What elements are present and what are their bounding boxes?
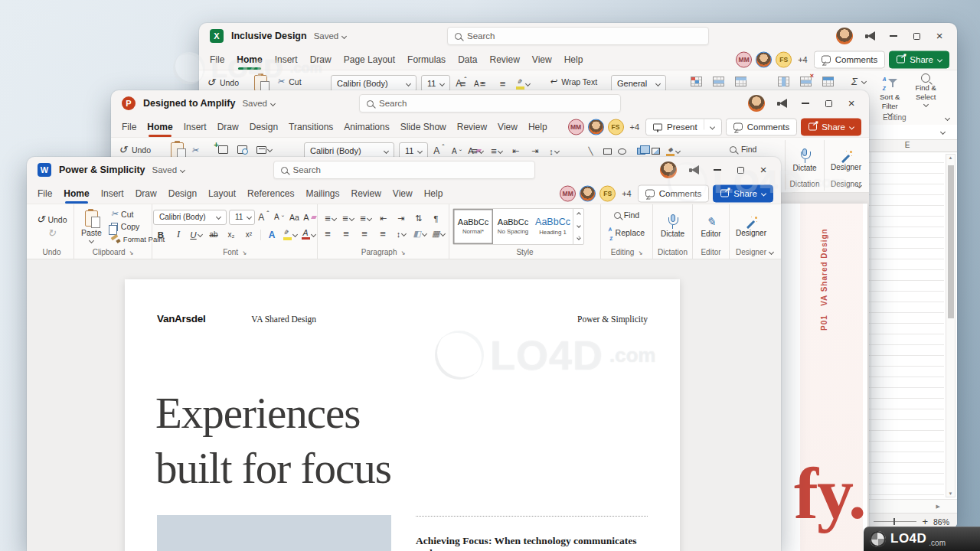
style-scroll-down[interactable] xyxy=(573,220,583,232)
maximize-button[interactable] xyxy=(817,93,840,114)
replace-button[interactable]: Replace xyxy=(609,223,645,242)
powerpoint-save-status[interactable]: Saved xyxy=(242,99,275,108)
close-button[interactable] xyxy=(840,93,863,114)
italic-button[interactable] xyxy=(172,228,185,241)
quick-styles-icon[interactable] xyxy=(652,148,660,155)
shape-fill-button[interactable] xyxy=(666,145,680,158)
numbering-button[interactable] xyxy=(490,145,503,158)
redo-button[interactable] xyxy=(47,227,56,239)
find-select-button[interactable]: Find & Select xyxy=(911,73,939,106)
style-heading-1[interactable]: AaBbCcHeading 1 xyxy=(533,209,573,244)
minimize-button[interactable] xyxy=(882,25,905,47)
ppt-dictate-button[interactable]: Dictate xyxy=(789,142,821,178)
increase-indent-button[interactable] xyxy=(394,212,407,225)
excel-menu-review[interactable]: Review xyxy=(489,54,519,65)
user-avatar[interactable] xyxy=(660,161,677,178)
grow-font-button[interactable] xyxy=(257,210,270,223)
comments-button[interactable]: Comments xyxy=(814,51,886,68)
word-document-area[interactable]: VanArsdel VA Shared Design Power & Simpl… xyxy=(27,259,781,551)
shrink-font-button[interactable] xyxy=(450,145,463,158)
zoom-slider-thumb[interactable] xyxy=(893,518,896,525)
numbering-button[interactable] xyxy=(341,212,354,225)
font-name-select[interactable]: Calibri (Body) xyxy=(153,210,227,225)
ppt-menu-insert[interactable]: Insert xyxy=(184,122,207,132)
word-menu-help[interactable]: Help xyxy=(424,188,443,199)
presence-overflow[interactable]: +4 xyxy=(622,189,632,198)
format-cells-icon[interactable] xyxy=(822,77,834,86)
find-button[interactable]: Find xyxy=(614,210,639,220)
minimize-button[interactable] xyxy=(706,159,729,181)
presence-overflow[interactable]: +4 xyxy=(630,122,640,132)
word-save-status[interactable]: Saved xyxy=(152,165,185,174)
presence-badge[interactable]: FS xyxy=(776,51,792,67)
ppt-menu-view[interactable]: View xyxy=(498,122,518,132)
paste-icon[interactable] xyxy=(171,142,184,158)
presence-badge[interactable]: MM xyxy=(736,51,752,67)
conditional-formatting-icon[interactable] xyxy=(691,77,702,86)
excel-search-input[interactable]: Search xyxy=(447,27,709,45)
excel-menu-home[interactable]: Home xyxy=(237,54,262,65)
dictate-button[interactable]: Dictate xyxy=(656,207,689,246)
excel-save-status[interactable]: Saved xyxy=(314,31,347,41)
ppt-find-button[interactable]: Find xyxy=(730,145,756,154)
excel-menu-page-layout[interactable]: Page Layout xyxy=(344,54,395,65)
excel-wrap-text-button[interactable]: Wrap Text xyxy=(550,77,597,86)
subscript-button[interactable] xyxy=(225,228,238,241)
sort-button[interactable] xyxy=(412,212,425,225)
word-menu-design[interactable]: Design xyxy=(168,188,197,199)
dialog-launcher-icon[interactable] xyxy=(129,248,134,256)
excel-menu-view[interactable]: View xyxy=(532,54,552,65)
undo-button[interactable]: Undo xyxy=(36,214,67,225)
minimize-button[interactable] xyxy=(794,93,817,114)
present-button[interactable]: Present xyxy=(645,118,722,135)
decrease-indent-button[interactable] xyxy=(509,145,522,158)
designer-button[interactable]: Designer xyxy=(733,207,769,246)
scissors-icon[interactable] xyxy=(191,145,198,155)
ppt-designer-button[interactable]: Designer xyxy=(828,142,864,178)
word-menu-view[interactable]: View xyxy=(393,188,413,199)
word-menu-references[interactable]: References xyxy=(247,188,294,199)
excel-undo-button[interactable]: Undo xyxy=(207,77,239,88)
ppt-menu-animations[interactable]: Animations xyxy=(344,122,389,132)
column-header-e[interactable]: E xyxy=(898,141,916,149)
strikethrough-button[interactable] xyxy=(207,228,220,241)
dialog-launcher-icon[interactable] xyxy=(400,248,406,256)
close-button[interactable] xyxy=(928,25,951,47)
orientation-button[interactable] xyxy=(516,77,530,90)
vertical-scrollbar[interactable]: ▲ ▼ xyxy=(946,154,956,497)
reuse-slides-icon[interactable] xyxy=(237,145,247,154)
paste-button[interactable]: Paste xyxy=(77,210,106,243)
ppt-menu-draw[interactable]: Draw xyxy=(217,122,239,132)
excel-menu-draw[interactable]: Draw xyxy=(310,54,332,65)
increase-indent-button[interactable] xyxy=(528,145,541,158)
excel-font-size-select[interactable]: 11 xyxy=(421,75,450,92)
align-left-button[interactable] xyxy=(322,227,335,240)
line-shape-icon[interactable] xyxy=(584,145,597,158)
ppt-menu-slide-show[interactable]: Slide Show xyxy=(400,122,446,132)
powerpoint-search-input[interactable]: Search xyxy=(359,94,621,112)
dialog-launcher-icon[interactable] xyxy=(637,248,642,256)
font-color-button[interactable] xyxy=(302,228,315,241)
style-no-spacing[interactable]: AaBbCcNo Spacing xyxy=(493,209,533,244)
feedback-button[interactable] xyxy=(683,159,706,181)
presence-avatar[interactable] xyxy=(756,51,772,67)
cell-styles-icon[interactable] xyxy=(735,77,746,86)
presence-badge[interactable]: FS xyxy=(608,119,624,135)
presence-overflow[interactable]: +4 xyxy=(798,55,808,64)
bullets-button[interactable] xyxy=(324,212,337,225)
bullets-button[interactable] xyxy=(471,145,484,158)
superscript-button[interactable] xyxy=(243,228,256,241)
new-slide-icon[interactable] xyxy=(218,145,228,154)
dialog-launcher-icon[interactable] xyxy=(241,248,247,256)
excel-menu-file[interactable]: File xyxy=(210,54,224,65)
delete-cells-icon[interactable] xyxy=(800,77,812,86)
grow-font-button[interactable] xyxy=(433,145,446,158)
slide-layout-button[interactable] xyxy=(256,143,272,156)
presence-avatar[interactable] xyxy=(588,119,604,135)
share-button[interactable]: Share xyxy=(713,184,773,202)
comments-button[interactable]: Comments xyxy=(638,184,710,202)
ppt-menu-review[interactable]: Review xyxy=(457,122,487,132)
ppt-undo-button[interactable]: Undo xyxy=(119,144,151,155)
shading-button[interactable] xyxy=(413,227,426,240)
align-bottom-button[interactable] xyxy=(496,77,509,90)
